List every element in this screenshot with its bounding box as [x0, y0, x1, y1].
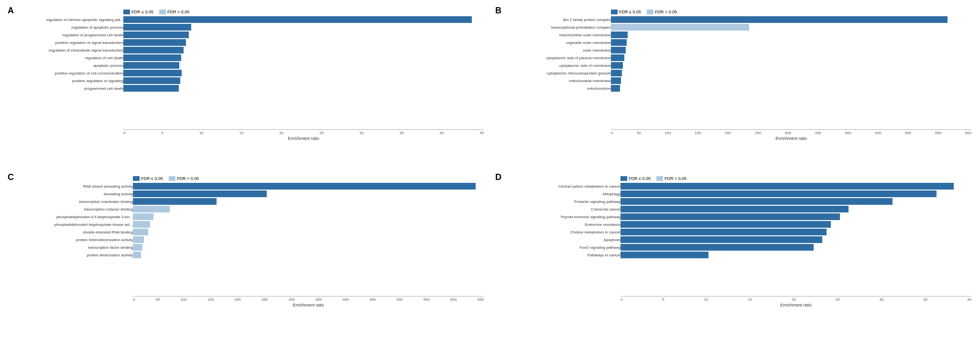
bar-fill [611, 85, 620, 92]
bar-row: Bcl-2 family protein complex [511, 16, 971, 23]
bar-row: positive regulation of signal transducti… [23, 39, 484, 46]
bar-row: transcriptional preinitiation complex [511, 24, 971, 31]
bar-fill [123, 70, 182, 76]
panel-label-C: C [8, 172, 14, 182]
x-tick: 100 [181, 297, 187, 302]
x-tick: 150 [207, 297, 214, 302]
bar-track [123, 54, 484, 61]
bar-row: regulation of cell death [23, 54, 484, 61]
legend-item-light: FDR > 0.05 [159, 10, 189, 14]
bar-track [133, 229, 484, 235]
bar-track [611, 70, 971, 76]
bar-fill [123, 39, 186, 46]
bar-label: transcriptional preinitiation complex [511, 25, 611, 30]
bar-row: cytoplasmic ribonucleoprotein granule [511, 70, 971, 76]
x-tick: 20 [792, 297, 796, 302]
bar-row: double-stranded RNA binding [23, 229, 484, 235]
bar-label: positive regulation of cell communicatio… [23, 71, 123, 75]
bar-fill [621, 198, 893, 205]
bar-fill [123, 62, 179, 69]
legend-item-dark: FDR ≤ 0.05 [611, 10, 641, 14]
x-tick: 40 [439, 131, 444, 135]
x-tick: 30 [359, 131, 364, 135]
bar-row: protein heterodimerization activity [23, 236, 484, 243]
bar-label: Bcl-2 family protein complex [511, 18, 611, 22]
bar-row: regulation of programmed cell death [23, 32, 484, 38]
bar-track [133, 236, 484, 243]
bar-row: mitochondrion [511, 85, 971, 92]
bar-fill [621, 252, 708, 258]
bar-label: Prolactin signaling pathway [511, 200, 621, 204]
x-tick: 30 [880, 297, 884, 302]
legend-box-dark [133, 176, 140, 181]
chart-area-C: RNA strand annealing activityannealing a… [23, 183, 484, 307]
x-tick: 250 [261, 297, 268, 302]
bar-label: apoptotic process [23, 63, 123, 68]
x-tick: 50 [156, 297, 160, 302]
legend-label-dark: FDR ≤ 0.05 [141, 176, 163, 181]
bar-fill [621, 236, 822, 243]
bar-row: regulation of intrinsic apoptotic signal… [23, 16, 484, 23]
bar-row: positive regulation of signaling [23, 77, 484, 84]
x-tick: 200 [234, 297, 240, 302]
bar-track [123, 77, 484, 84]
x-tick: 45 [479, 131, 484, 135]
bar-label: regulation of programmed cell death [23, 33, 123, 37]
bar-track [123, 62, 484, 69]
bar-fill [123, 47, 184, 53]
bar-label: Thyroid hormone signaling pathway [511, 215, 621, 219]
bar-fill [133, 198, 217, 205]
legend-label-light: FDR > 0.05 [167, 10, 189, 14]
x-tick: 35 [399, 131, 403, 135]
bar-label: Pathways in cancer [511, 253, 621, 257]
x-axis-C: 050100150200250300350400450500550600650 [133, 296, 484, 302]
bar-track [621, 221, 971, 228]
bar-fill [123, 32, 189, 38]
legend-item-light: FDR > 0.05 [647, 10, 677, 14]
x-tick: 0 [611, 131, 613, 135]
panel-A: AFDR ≤ 0.05FDR > 0.05regulation of intri… [5, 5, 488, 167]
bar-row: Colorectal cancer [511, 206, 971, 212]
bar-row: Mitophagy [511, 190, 971, 197]
legend-D: FDR ≤ 0.05FDR > 0.05 [621, 176, 971, 181]
legend-item-dark: FDR ≤ 0.05 [621, 176, 651, 181]
bar-label: cytoplasmic side of plasma membrane [511, 56, 611, 60]
x-tick: 250 [755, 131, 761, 135]
bar-track [133, 183, 484, 190]
bars-container-C: RNA strand annealing activityannealing a… [23, 183, 484, 296]
x-tick: 35 [923, 297, 927, 302]
x-tick: 500 [396, 297, 403, 302]
legend-A: FDR ≤ 0.05FDR > 0.05 [123, 10, 484, 14]
bar-row: annealing activity [23, 190, 484, 197]
bar-fill [611, 32, 628, 38]
x-tick: 40 [967, 297, 971, 302]
bar-label: outer membrane [511, 48, 611, 53]
bar-label: transcription cofactor binding [23, 207, 133, 211]
bar-track [621, 252, 971, 258]
bar-fill [611, 54, 624, 61]
bar-track [133, 190, 484, 197]
bar-label: regulation of cell death [23, 56, 123, 60]
x-tick: 5 [662, 297, 664, 302]
x-tick: 150 [695, 131, 701, 135]
bar-fill [621, 213, 840, 220]
x-tick: 15 [239, 131, 243, 135]
legend-label-dark: FDR ≤ 0.05 [131, 10, 153, 14]
bar-fill [133, 252, 141, 258]
bar-fill [123, 24, 191, 31]
bar-label: phosphatidylinositol-4,5-bisphosphate 3-… [23, 215, 133, 219]
panel-C: CFDR ≤ 0.05FDR > 0.05RNA strand annealin… [5, 171, 488, 333]
x-tick: 20 [279, 131, 283, 135]
bar-label: regulation of intrinsic apoptotic signal… [23, 18, 123, 22]
legend-item-light: FDR > 0.05 [169, 176, 199, 181]
bar-track [611, 62, 971, 69]
bar-fill [133, 213, 153, 220]
bar-track [621, 213, 971, 220]
bar-row: apoptotic process [23, 62, 484, 69]
bar-track [611, 39, 971, 46]
legend-item-light: FDR > 0.05 [656, 176, 686, 181]
bar-label: protein dimerization activity [23, 253, 133, 257]
bar-track [611, 16, 971, 23]
x-tick: 600 [450, 297, 457, 302]
bar-row: mitochondrial outer membrane [511, 32, 971, 38]
